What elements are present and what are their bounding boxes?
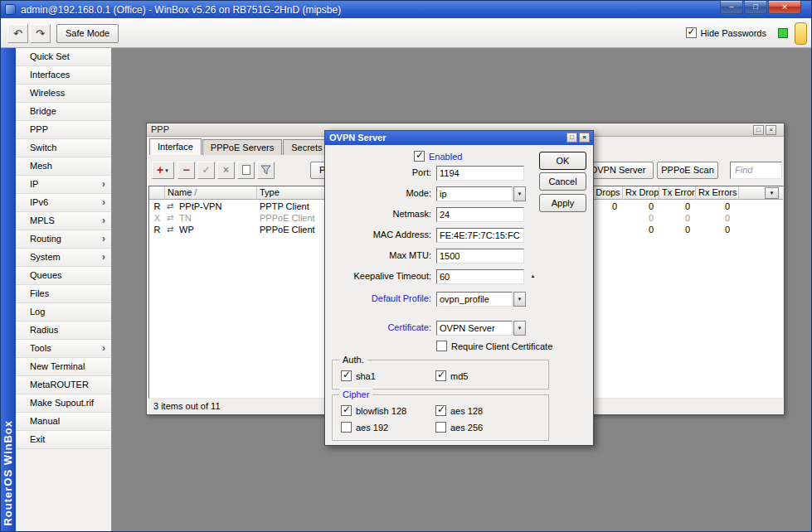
enabled-control[interactable]: Enabled [414, 151, 462, 162]
sidebar-item-ppp[interactable]: PPP [16, 121, 111, 139]
netmask-input[interactable]: 24 [436, 207, 524, 222]
sidebar-item-ipv6[interactable]: IPv6› [16, 194, 111, 212]
certificate-select[interactable]: OVPN Server [436, 321, 513, 336]
keepalive-timeout-input[interactable]: 60 [436, 269, 524, 284]
aes-192-label: aes 192 [356, 423, 388, 433]
column-type-label: Type [260, 187, 280, 197]
sidebar-item-make-supout[interactable]: Make Supout.rif [16, 394, 111, 413]
row-flag: R [149, 201, 165, 212]
column-rx-drops[interactable]: Rx Drops [623, 186, 659, 200]
sidebar-item-metarouter[interactable]: MetaROUTER [16, 376, 111, 394]
safe-mode-button[interactable]: Safe Mode [56, 24, 119, 43]
sidebar-item-ip[interactable]: IP› [16, 176, 111, 194]
port-input[interactable]: 1194 [436, 166, 524, 181]
sidebar-item-quick-set[interactable]: Quick Set [16, 48, 111, 66]
sidebar-item-radius[interactable]: Radius [16, 322, 111, 340]
ovpn-maximize-button[interactable]: □ [566, 133, 577, 143]
add-button[interactable]: +▼ [152, 162, 174, 179]
sidebar-item-tools[interactable]: Tools› [16, 340, 111, 358]
column-rx-drops-label: Rx Drops [625, 187, 659, 197]
sha1-checkbox[interactable] [341, 370, 352, 381]
hide-passwords-control[interactable]: Hide Passwords [686, 27, 766, 38]
aes-192-checkbox[interactable] [341, 422, 352, 433]
tab-pppoe-servers[interactable]: PPPoE Servers [202, 139, 282, 155]
max-mtu-input[interactable]: 1500 [436, 249, 524, 264]
pppoe-scan-button[interactable]: PPPoE Scan [657, 162, 718, 179]
column-flag[interactable] [149, 186, 165, 200]
require-client-certificate-control[interactable]: Require Client Certificate [436, 341, 552, 351]
md5-label: md5 [450, 371, 468, 381]
disable-button[interactable]: × [217, 162, 235, 179]
sidebar-item-label: IP [30, 179, 38, 189]
remove-button[interactable]: − [177, 162, 195, 179]
submenu-arrow-icon: › [102, 340, 105, 357]
row-rx-errors: 0 [696, 224, 730, 235]
aes-256-checkbox[interactable] [435, 422, 446, 433]
sidebar-item-switch[interactable]: Switch [16, 139, 111, 157]
max-mtu-label: Max MTU: [327, 249, 431, 264]
mac-address-input[interactable]: FE:4E:7F:7C:15:FC [436, 228, 524, 243]
sidebar-item-mpls[interactable]: MPLS› [16, 212, 111, 230]
ppp-close-button[interactable]: × [766, 125, 776, 135]
cipher-aes128-control[interactable]: aes 128 [435, 405, 483, 416]
column-rx-errors[interactable]: Rx Errors [696, 186, 739, 200]
column-name[interactable]: Name/ [165, 186, 257, 200]
comment-icon [242, 165, 250, 175]
auth-group-label: Auth. [339, 354, 367, 365]
ppp-maximize-button[interactable]: □ [753, 125, 764, 135]
default-profile-dropdown-button[interactable]: ▼ [513, 292, 526, 307]
default-profile-select[interactable]: ovpn_profile [436, 292, 513, 307]
cipher-blowfish128-control[interactable]: blowfish 128 [341, 405, 406, 416]
mode-dropdown-button[interactable]: ▼ [513, 186, 526, 201]
sidebar-item-manual[interactable]: Manual [16, 413, 111, 431]
sidebar-item-files[interactable]: Files [16, 285, 111, 303]
sidebar-item-routing[interactable]: Routing› [16, 230, 111, 249]
hide-passwords-checkbox[interactable] [686, 27, 697, 38]
minimize-button[interactable]: – [720, 1, 743, 14]
comment-button[interactable] [237, 162, 255, 179]
traffic-indicator [795, 22, 807, 45]
cipher-aes192-control[interactable]: aes 192 [341, 422, 388, 433]
find-input[interactable]: Find [730, 162, 782, 179]
enable-button[interactable]: ✓ [197, 162, 215, 179]
sidebar-item-wireless[interactable]: Wireless [16, 85, 111, 103]
sidebar-item-system[interactable]: System› [16, 249, 111, 267]
tab-secrets[interactable]: Secrets [283, 139, 330, 155]
sidebar-item-bridge[interactable]: Bridge [16, 103, 111, 121]
row-rx-drops: 0 [623, 212, 654, 224]
sidebar-item-label: Tools [30, 343, 51, 353]
md5-checkbox[interactable] [435, 370, 446, 381]
netmask-label: Netmask: [327, 207, 431, 222]
require-client-certificate-checkbox[interactable] [436, 341, 447, 351]
sidebar-item-queues[interactable]: Queues [16, 267, 111, 285]
maximize-button[interactable]: □ [744, 1, 767, 14]
redo-button[interactable]: ↷ [30, 24, 51, 43]
enabled-checkbox[interactable] [414, 151, 425, 162]
tab-interface[interactable]: Interface [149, 138, 202, 155]
sidebar-item-exit[interactable]: Exit [16, 431, 111, 449]
mode-select[interactable]: ip [436, 186, 513, 201]
cipher-aes256-control[interactable]: aes 256 [435, 422, 483, 433]
blowfish-128-checkbox[interactable] [341, 405, 352, 416]
keepalive-timeout-label: Keepalive Timeout: [327, 269, 431, 284]
sidebar-item-label: PPP [30, 124, 48, 134]
auth-sha1-control[interactable]: sha1 [341, 370, 376, 381]
filter-button[interactable] [257, 162, 275, 179]
auth-md5-control[interactable]: md5 [435, 370, 468, 381]
column-selector-button[interactable]: ▼ [765, 187, 779, 199]
sidebar-item-log[interactable]: Log [16, 303, 111, 322]
column-tx-errors[interactable]: Tx Errors [659, 186, 696, 200]
sidebar-item-new-terminal[interactable]: New Terminal [16, 358, 111, 376]
sidebar-item-mesh[interactable]: Mesh [16, 157, 111, 176]
app-titlebar[interactable]: admin@192.168.0.1 (Office) - WinBox v5.2… [1, 1, 812, 18]
ovpn-dialog-titlebar[interactable]: OVPN Server □ × [325, 131, 593, 145]
sidebar-item-label: Exit [30, 434, 45, 444]
certificate-dropdown-button[interactable]: ▼ [513, 321, 526, 336]
sidebar-menu: Quick Set Interfaces Wireless Bridge PPP… [16, 48, 112, 532]
keepalive-spin-up-button[interactable]: ▲ [527, 269, 539, 284]
sidebar-item-interfaces[interactable]: Interfaces [16, 66, 111, 85]
ovpn-close-button[interactable]: × [579, 133, 590, 143]
close-button[interactable]: × [768, 1, 801, 14]
aes-128-checkbox[interactable] [435, 405, 446, 416]
undo-button[interactable]: ↶ [7, 24, 28, 43]
